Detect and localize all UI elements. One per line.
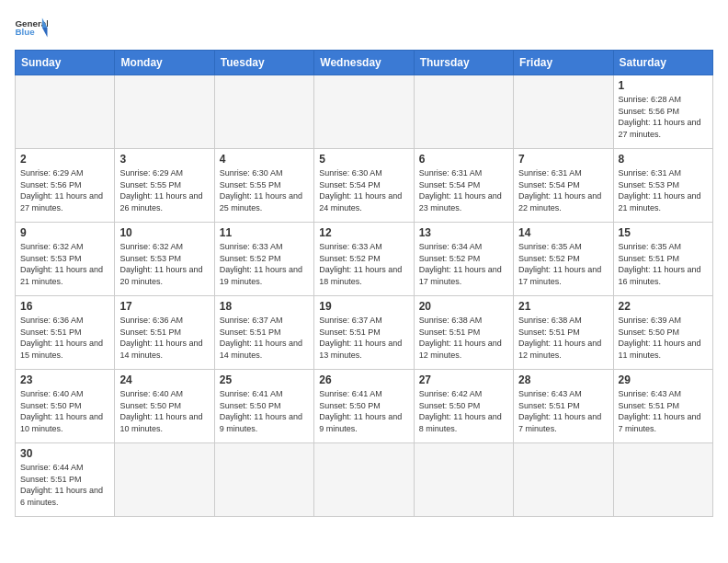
day-cell-3: 3Sunrise: 6:29 AMSunset: 5:55 PMDaylight… (115, 149, 214, 223)
day-cell-2: 2Sunrise: 6:29 AMSunset: 5:56 PMDaylight… (16, 149, 115, 223)
weekday-header-row: SundayMondayTuesdayWednesdayThursdayFrid… (16, 51, 713, 75)
calendar-row-5: 30Sunrise: 6:44 AMSunset: 5:51 PMDayligh… (16, 443, 713, 517)
day-info: Sunrise: 6:35 AMSunset: 5:51 PMDaylight:… (619, 241, 708, 287)
day-number: 14 (518, 226, 608, 239)
day-info: Sunrise: 6:42 AMSunset: 5:50 PMDaylight:… (419, 388, 508, 434)
day-cell-18: 18Sunrise: 6:37 AMSunset: 5:51 PMDayligh… (214, 296, 313, 370)
day-cell-21: 21Sunrise: 6:38 AMSunset: 5:51 PMDayligh… (514, 296, 613, 370)
day-number: 23 (20, 373, 109, 386)
day-info: Sunrise: 6:30 AMSunset: 5:55 PMDaylight:… (220, 167, 309, 213)
calendar-row-2: 9Sunrise: 6:32 AMSunset: 5:53 PMDaylight… (16, 223, 713, 296)
empty-cell (115, 443, 214, 517)
day-number: 10 (119, 226, 209, 239)
day-number: 19 (319, 300, 408, 313)
day-number: 29 (619, 373, 708, 386)
day-cell-27: 27Sunrise: 6:42 AMSunset: 5:50 PMDayligh… (414, 370, 513, 443)
empty-cell (16, 75, 115, 149)
day-cell-7: 7Sunrise: 6:31 AMSunset: 5:54 PMDaylight… (514, 149, 613, 223)
calendar-row-0: 1Sunrise: 6:28 AMSunset: 5:56 PMDaylight… (16, 75, 713, 149)
page-header: General Blue (15, 15, 713, 40)
day-number: 7 (518, 153, 608, 166)
day-cell-9: 9Sunrise: 6:32 AMSunset: 5:53 PMDaylight… (16, 223, 115, 296)
day-info: Sunrise: 6:31 AMSunset: 5:53 PMDaylight:… (619, 167, 708, 213)
day-info: Sunrise: 6:38 AMSunset: 5:51 PMDaylight:… (419, 315, 508, 361)
weekday-header-friday: Friday (514, 51, 613, 75)
day-cell-23: 23Sunrise: 6:40 AMSunset: 5:50 PMDayligh… (16, 370, 115, 443)
calendar-table: SundayMondayTuesdayWednesdayThursdayFrid… (15, 50, 713, 517)
day-cell-16: 16Sunrise: 6:36 AMSunset: 5:51 PMDayligh… (16, 296, 115, 370)
day-number: 8 (619, 153, 708, 166)
weekday-header-sunday: Sunday (16, 51, 115, 75)
empty-cell (514, 443, 613, 517)
day-info: Sunrise: 6:28 AMSunset: 5:56 PMDaylight:… (619, 94, 708, 140)
day-info: Sunrise: 6:40 AMSunset: 5:50 PMDaylight:… (119, 388, 209, 434)
empty-cell (314, 443, 414, 517)
day-cell-22: 22Sunrise: 6:39 AMSunset: 5:50 PMDayligh… (613, 296, 712, 370)
calendar-row-4: 23Sunrise: 6:40 AMSunset: 5:50 PMDayligh… (16, 370, 713, 443)
day-number: 12 (319, 226, 408, 239)
empty-cell (414, 443, 513, 517)
day-number: 2 (20, 153, 109, 166)
day-number: 30 (20, 447, 109, 460)
day-number: 27 (419, 373, 508, 386)
generalblue-logo-icon: General Blue (15, 15, 48, 40)
day-cell-26: 26Sunrise: 6:41 AMSunset: 5:50 PMDayligh… (314, 370, 414, 443)
day-info: Sunrise: 6:37 AMSunset: 5:51 PMDaylight:… (220, 315, 309, 361)
weekday-header-monday: Monday (115, 51, 214, 75)
day-info: Sunrise: 6:43 AMSunset: 5:51 PMDaylight:… (518, 388, 608, 434)
day-cell-29: 29Sunrise: 6:43 AMSunset: 5:51 PMDayligh… (613, 370, 712, 443)
day-cell-25: 25Sunrise: 6:41 AMSunset: 5:50 PMDayligh… (214, 370, 313, 443)
day-cell-17: 17Sunrise: 6:36 AMSunset: 5:51 PMDayligh… (115, 296, 214, 370)
day-info: Sunrise: 6:37 AMSunset: 5:51 PMDaylight:… (319, 315, 408, 361)
day-cell-14: 14Sunrise: 6:35 AMSunset: 5:52 PMDayligh… (514, 223, 613, 296)
empty-cell (514, 75, 613, 149)
day-cell-6: 6Sunrise: 6:31 AMSunset: 5:54 PMDaylight… (414, 149, 513, 223)
day-info: Sunrise: 6:38 AMSunset: 5:51 PMDaylight:… (518, 315, 608, 361)
day-info: Sunrise: 6:35 AMSunset: 5:52 PMDaylight:… (518, 241, 608, 287)
day-info: Sunrise: 6:29 AMSunset: 5:55 PMDaylight:… (119, 167, 209, 213)
day-info: Sunrise: 6:36 AMSunset: 5:51 PMDaylight:… (119, 315, 209, 361)
day-info: Sunrise: 6:33 AMSunset: 5:52 PMDaylight:… (220, 241, 309, 287)
calendar-row-1: 2Sunrise: 6:29 AMSunset: 5:56 PMDaylight… (16, 149, 713, 223)
day-cell-13: 13Sunrise: 6:34 AMSunset: 5:52 PMDayligh… (414, 223, 513, 296)
day-info: Sunrise: 6:44 AMSunset: 5:51 PMDaylight:… (20, 462, 109, 508)
day-number: 20 (419, 300, 508, 313)
day-info: Sunrise: 6:33 AMSunset: 5:52 PMDaylight:… (319, 241, 408, 287)
day-info: Sunrise: 6:30 AMSunset: 5:54 PMDaylight:… (319, 167, 408, 213)
weekday-header-thursday: Thursday (414, 51, 513, 75)
day-cell-5: 5Sunrise: 6:30 AMSunset: 5:54 PMDaylight… (314, 149, 414, 223)
day-number: 17 (119, 300, 209, 313)
day-number: 16 (20, 300, 109, 313)
day-cell-20: 20Sunrise: 6:38 AMSunset: 5:51 PMDayligh… (414, 296, 513, 370)
empty-cell (214, 443, 313, 517)
weekday-header-saturday: Saturday (613, 51, 712, 75)
day-number: 9 (20, 226, 109, 239)
empty-cell (314, 75, 414, 149)
day-number: 26 (319, 373, 408, 386)
day-info: Sunrise: 6:41 AMSunset: 5:50 PMDaylight:… (319, 388, 408, 434)
weekday-header-wednesday: Wednesday (314, 51, 414, 75)
day-info: Sunrise: 6:32 AMSunset: 5:53 PMDaylight:… (20, 241, 109, 287)
svg-text:Blue: Blue (16, 27, 36, 37)
day-cell-10: 10Sunrise: 6:32 AMSunset: 5:53 PMDayligh… (115, 223, 214, 296)
day-number: 25 (220, 373, 309, 386)
empty-cell (414, 75, 513, 149)
day-info: Sunrise: 6:29 AMSunset: 5:56 PMDaylight:… (20, 167, 109, 213)
day-info: Sunrise: 6:34 AMSunset: 5:52 PMDaylight:… (419, 241, 508, 287)
empty-cell (214, 75, 313, 149)
day-number: 3 (119, 153, 209, 166)
day-cell-11: 11Sunrise: 6:33 AMSunset: 5:52 PMDayligh… (214, 223, 313, 296)
weekday-header-tuesday: Tuesday (214, 51, 313, 75)
day-info: Sunrise: 6:31 AMSunset: 5:54 PMDaylight:… (419, 167, 508, 213)
day-cell-15: 15Sunrise: 6:35 AMSunset: 5:51 PMDayligh… (613, 223, 712, 296)
logo: General Blue (15, 15, 48, 40)
day-info: Sunrise: 6:39 AMSunset: 5:50 PMDaylight:… (619, 315, 708, 361)
day-cell-24: 24Sunrise: 6:40 AMSunset: 5:50 PMDayligh… (115, 370, 214, 443)
day-cell-4: 4Sunrise: 6:30 AMSunset: 5:55 PMDaylight… (214, 149, 313, 223)
day-info: Sunrise: 6:36 AMSunset: 5:51 PMDaylight:… (20, 315, 109, 361)
day-cell-28: 28Sunrise: 6:43 AMSunset: 5:51 PMDayligh… (514, 370, 613, 443)
day-number: 4 (220, 153, 309, 166)
day-cell-1: 1Sunrise: 6:28 AMSunset: 5:56 PMDaylight… (613, 75, 712, 149)
calendar-row-3: 16Sunrise: 6:36 AMSunset: 5:51 PMDayligh… (16, 296, 713, 370)
day-info: Sunrise: 6:40 AMSunset: 5:50 PMDaylight:… (20, 388, 109, 434)
